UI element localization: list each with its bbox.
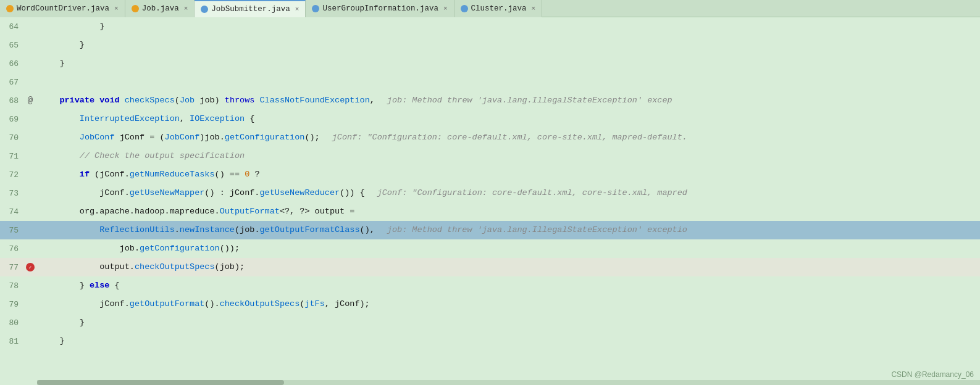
- breakpoint-icon[interactable]: ✓: [26, 263, 35, 271]
- code-text: }: [37, 313, 980, 332]
- tab-icon: [201, 6, 208, 13]
- tab-JobSubmitter-java[interactable]: JobSubmitter.java×: [195, 0, 306, 17]
- line-number: 72: [0, 170, 23, 180]
- code-text: ReflectionUtils.newInstance(job.getOutpu…: [37, 221, 980, 239]
- code-text: if (jConf.getNumReduceTasks() == 0 ?: [37, 165, 980, 184]
- editor: 64 }65 }66 }6768@ private void checkSpec…: [0, 17, 980, 385]
- code-line: 78 } else {: [0, 276, 980, 295]
- code-line: 72 if (jConf.getNumReduceTasks() == 0 ?: [0, 165, 980, 184]
- code-line: 77✓ output.checkOutputSpecs(job);: [0, 258, 980, 276]
- tab-WordCountDriver-java[interactable]: WordCountDriver.java×: [0, 0, 125, 17]
- tab-close-button[interactable]: ×: [295, 6, 299, 13]
- code-line: 74 org.apache.hadoop.mapreduce.OutputFor…: [0, 202, 980, 221]
- line-number: 69: [0, 115, 23, 124]
- line-number: 68: [0, 96, 23, 106]
- line-number: 78: [0, 281, 23, 291]
- tab-close-button[interactable]: ×: [114, 5, 119, 12]
- horizontal-scrollbar[interactable]: [37, 380, 980, 385]
- tab-close-button[interactable]: ×: [532, 5, 536, 12]
- code-line: 65 }: [0, 36, 980, 54]
- line-number: 80: [0, 318, 23, 328]
- line-number: 77: [0, 263, 23, 272]
- code-line: 80 }: [0, 313, 980, 332]
- code-text: // Check the output specification: [37, 147, 980, 165]
- code-text: output.checkOutputSpecs(job);: [37, 258, 980, 276]
- line-number: 64: [0, 22, 23, 31]
- code-text: JobConf jConf = (JobConf)job.getConfigur…: [37, 128, 980, 147]
- code-line: 66 }: [0, 54, 980, 73]
- tab-label: UserGroupInformation.java: [322, 4, 438, 13]
- code-line: 71 // Check the output specification: [0, 147, 980, 165]
- tab-label: Job.java: [142, 4, 179, 13]
- line-number: 79: [0, 300, 23, 309]
- code-text: job.getConfiguration());: [37, 239, 980, 258]
- tab-label: JobSubmitter.java: [211, 5, 290, 14]
- tab-Cluster-java[interactable]: Cluster.java×: [454, 0, 543, 17]
- line-number: 75: [0, 226, 23, 235]
- line-number: 76: [0, 244, 23, 254]
- tab-icon: [312, 5, 319, 12]
- code-text: private void checkSpecs(Job job) throws …: [37, 91, 980, 110]
- watermark: CSDN @Redamancy_06: [891, 370, 974, 379]
- tab-icon: [461, 5, 468, 12]
- tab-label: Cluster.java: [471, 4, 527, 13]
- scrollbar-thumb[interactable]: [37, 380, 284, 385]
- code-line: 70 JobConf jConf = (JobConf)job.getConfi…: [0, 128, 980, 147]
- code-text: InterruptedException, IOException {: [37, 110, 980, 128]
- code-text: org.apache.hadoop.mapreduce.OutputFormat…: [37, 202, 980, 221]
- line-number: 81: [0, 337, 23, 346]
- tab-UserGroupInformation-java[interactable]: UserGroupInformation.java×: [306, 0, 454, 17]
- line-number: 67: [0, 78, 23, 87]
- code-text: }: [37, 36, 980, 54]
- code-text: }: [37, 332, 980, 350]
- line-number: 65: [0, 41, 23, 50]
- code-line: 76 job.getConfiguration());: [0, 239, 980, 258]
- code-line: 79 jConf.getOutputFormat().checkOutputSp…: [0, 295, 980, 313]
- code-line: 73 jConf.getUseNewMapper() : jConf.getUs…: [0, 184, 980, 202]
- tab-icon: [132, 5, 139, 12]
- code-line: 69 InterruptedException, IOException {: [0, 110, 980, 128]
- code-text: }: [37, 17, 980, 36]
- gutter: @: [23, 96, 37, 106]
- code-text: } else {: [37, 276, 980, 295]
- code-text: jConf.getUseNewMapper() : jConf.getUseNe…: [37, 184, 980, 202]
- tab-label: WordCountDriver.java: [17, 4, 109, 13]
- code-line: 67: [0, 73, 980, 91]
- tab-close-button[interactable]: ×: [443, 5, 448, 12]
- code-line: 68@ private void checkSpecs(Job job) thr…: [0, 91, 980, 110]
- tab-close-button[interactable]: ×: [184, 5, 188, 12]
- line-number: 66: [0, 59, 23, 68]
- code-text: }: [37, 54, 980, 73]
- line-number: 70: [0, 133, 23, 143]
- code-line: 64 }: [0, 17, 980, 36]
- tab-icon: [6, 5, 14, 12]
- annotation-marker: @: [28, 96, 33, 106]
- code-line: 81 }: [0, 332, 980, 350]
- tab-Job-java[interactable]: Job.java×: [125, 0, 195, 17]
- line-number: 71: [0, 152, 23, 161]
- code-line: 75 ReflectionUtils.newInstance(job.getOu…: [0, 221, 980, 239]
- line-number: 73: [0, 189, 23, 198]
- tab-bar: WordCountDriver.java×Job.java×JobSubmitt…: [0, 0, 980, 17]
- line-number: 74: [0, 207, 23, 217]
- code-text: jConf.getOutputFormat().checkOutputSpecs…: [37, 295, 980, 313]
- gutter: ✓: [23, 263, 37, 271]
